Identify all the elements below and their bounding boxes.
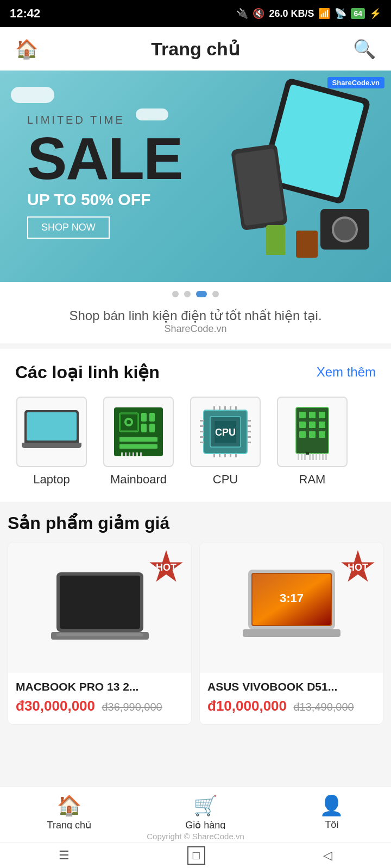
svg-rect-48 xyxy=(299,431,306,438)
nav-cart[interactable]: 🛒 Giỏ hàng xyxy=(185,794,225,831)
status-icons: 🔌 🔇 26.0 KB/S 📶 📡 64 ⚡ xyxy=(236,8,381,20)
dot-4[interactable] xyxy=(212,291,219,297)
products-section: Sản phẩm giảm giá HOT MACBOOK PRO 13 2..… xyxy=(0,502,391,732)
shop-now-button[interactable]: SHOP NOW xyxy=(27,216,110,239)
nav-cart-icon: 🛒 xyxy=(193,794,218,817)
category-laptop[interactable]: Laptop xyxy=(11,397,92,487)
asus-image-wrapper: 3:17 HOT xyxy=(200,542,383,673)
asus-price-old: đ13,490,000 xyxy=(293,701,354,713)
products-grid: HOT MACBOOK PRO 13 2... đ30,000,000 đ36,… xyxy=(0,542,391,732)
svg-rect-28 xyxy=(247,431,251,432)
dot-1[interactable] xyxy=(172,291,179,297)
status-bar: 12:42 🔌 🔇 26.0 KB/S 📶 📡 64 ⚡ xyxy=(0,0,391,27)
svg-rect-59 xyxy=(322,454,324,460)
ram-icon xyxy=(291,402,334,462)
subtitle-brand-text: ShareCode.vn xyxy=(11,323,380,335)
product-asus[interactable]: 3:17 HOT ASUS VIVOBOOK D51... đ10,000,00… xyxy=(199,542,383,725)
svg-rect-38 xyxy=(224,454,226,457)
dot-2[interactable] xyxy=(184,291,191,297)
svg-rect-6 xyxy=(149,413,155,422)
svg-rect-50 xyxy=(319,431,325,438)
laptop-icon-box xyxy=(16,397,87,467)
android-home-icon[interactable]: □ xyxy=(187,846,205,865)
search-icon[interactable]: 🔍 xyxy=(353,38,376,60)
view-more-link[interactable]: Xem thêm xyxy=(317,365,376,380)
svg-rect-60 xyxy=(325,454,327,460)
svg-rect-55 xyxy=(309,454,311,460)
category-cpu[interactable]: CPU xyxy=(185,397,266,487)
banner-discount-text: UP TO 50% OFF xyxy=(27,190,182,209)
category-mainboard[interactable]: Mainboard xyxy=(98,397,179,487)
category-mainboard-label: Mainboard xyxy=(110,473,167,487)
hot-badge-asus: HOT xyxy=(340,550,375,585)
charging-icon: ⚡ xyxy=(369,8,381,20)
svg-rect-37 xyxy=(219,454,220,457)
page-title: Trang chủ xyxy=(151,38,240,60)
nav-home-icon: 🏠 xyxy=(57,794,81,817)
banner-devices xyxy=(185,71,391,282)
svg-rect-5 xyxy=(141,413,147,422)
camera-icon xyxy=(320,209,369,250)
svg-rect-22 xyxy=(200,425,204,427)
svg-rect-43 xyxy=(309,412,316,418)
category-ram-label: RAM xyxy=(299,473,326,487)
svg-rect-52 xyxy=(298,454,299,460)
svg-rect-32 xyxy=(219,406,220,410)
svg-rect-36 xyxy=(213,454,215,457)
android-back-icon[interactable]: ◁ xyxy=(323,848,332,863)
dot-3-active[interactable] xyxy=(196,291,207,297)
product-macbook[interactable]: HOT MACBOOK PRO 13 2... đ30,000,000 đ36,… xyxy=(8,542,192,725)
hot-badge-macbook: HOT xyxy=(149,550,184,585)
svg-rect-10 xyxy=(119,444,157,449)
android-menu-icon[interactable]: ☰ xyxy=(59,848,70,863)
asus-name: ASUS VIVOBOOK D51... xyxy=(207,680,375,693)
svg-rect-35 xyxy=(235,406,237,410)
macbook-pricing: đ30,000,000 đ36,990,000 xyxy=(16,698,184,714)
svg-rect-53 xyxy=(301,454,302,460)
svg-rect-8 xyxy=(149,424,155,432)
asus-price-new: đ10,000,000 xyxy=(207,698,287,714)
ram-icon-box xyxy=(277,397,348,467)
signal-icon: 📡 xyxy=(335,8,346,20)
category-ram[interactable]: RAM xyxy=(272,397,353,487)
subtitle-main-text: Shop bán linh kiện điện tử tốt nhất hiện… xyxy=(11,308,380,323)
subtitle-section: Shop bán linh kiện điện tử tốt nhất hiện… xyxy=(0,303,391,343)
categories-title: Các loại linh kiện xyxy=(15,362,160,382)
usb-icon: 🔌 xyxy=(236,8,248,20)
svg-rect-33 xyxy=(224,406,226,410)
laptop-icon xyxy=(24,410,79,454)
category-cpu-label: CPU xyxy=(213,473,238,487)
svg-rect-25 xyxy=(200,442,204,443)
svg-point-4 xyxy=(127,420,131,424)
svg-rect-11 xyxy=(121,452,123,456)
svg-rect-34 xyxy=(230,406,231,410)
svg-rect-29 xyxy=(247,436,251,438)
macbook-price-new: đ30,000,000 xyxy=(16,698,95,714)
svg-rect-62 xyxy=(60,576,140,629)
svg-rect-39 xyxy=(230,454,231,457)
svg-rect-14 xyxy=(133,452,134,456)
svg-rect-12 xyxy=(125,452,127,456)
svg-rect-51 xyxy=(306,452,309,455)
svg-rect-40 xyxy=(235,454,237,457)
wifi-icon: 📶 xyxy=(318,8,330,20)
svg-rect-64 xyxy=(56,633,143,636)
data-speed: 26.0 KB/S xyxy=(269,8,314,20)
svg-rect-23 xyxy=(200,431,204,432)
products-section-title: Sản phẩm giảm giá xyxy=(0,502,391,542)
mainboard-icon-box xyxy=(103,397,174,467)
category-laptop-label: Laptop xyxy=(33,473,70,487)
nav-profile[interactable]: 👤 Tôi xyxy=(319,794,344,831)
svg-rect-15 xyxy=(136,452,138,456)
categories-header: Các loại linh kiện Xem thêm xyxy=(0,349,391,391)
banner-watermark: ShareCode.vn xyxy=(327,77,384,88)
svg-rect-7 xyxy=(141,424,147,432)
mute-icon: 🔇 xyxy=(253,8,264,20)
nav-home[interactable]: 🏠 Trang chủ xyxy=(47,794,91,831)
svg-rect-49 xyxy=(309,431,316,438)
laptop-screen xyxy=(24,410,79,443)
svg-rect-57 xyxy=(316,454,317,460)
coffee-decoration xyxy=(296,231,318,258)
home-icon[interactable]: 🏠 xyxy=(15,38,38,60)
bottom-navigation: 🏠 Trang chủ 🛒 Giỏ hàng 👤 Tôi xyxy=(0,786,391,835)
